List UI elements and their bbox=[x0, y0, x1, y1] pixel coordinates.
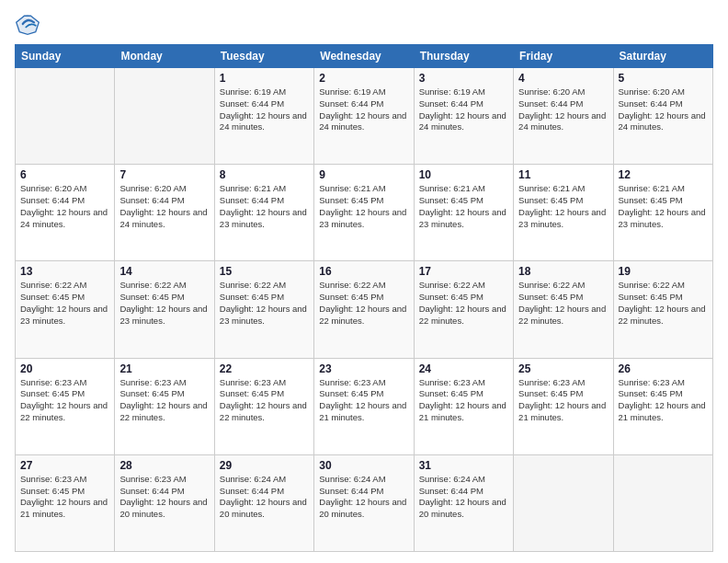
calendar-cell: 3Sunrise: 6:19 AM Sunset: 6:44 PM Daylig… bbox=[414, 68, 513, 165]
day-info: Sunrise: 6:22 AM Sunset: 6:45 PM Dayligh… bbox=[518, 280, 608, 327]
svg-marker-0 bbox=[18, 15, 38, 34]
calendar-cell: 9Sunrise: 6:21 AM Sunset: 6:45 PM Daylig… bbox=[314, 165, 414, 261]
day-number: 9 bbox=[319, 168, 408, 181]
calendar-cell: 27Sunrise: 6:23 AM Sunset: 6:45 PM Dayli… bbox=[16, 454, 115, 551]
calendar-cell: 5Sunrise: 6:20 AM Sunset: 6:44 PM Daylig… bbox=[613, 68, 712, 165]
calendar-cell: 12Sunrise: 6:21 AM Sunset: 6:45 PM Dayli… bbox=[613, 165, 712, 261]
day-number: 10 bbox=[419, 168, 508, 181]
day-info: Sunrise: 6:23 AM Sunset: 6:45 PM Dayligh… bbox=[119, 377, 209, 424]
logo bbox=[15, 11, 44, 37]
day-number: 26 bbox=[619, 362, 708, 375]
calendar-header-saturday: Saturday bbox=[613, 45, 712, 68]
day-info: Sunrise: 6:21 AM Sunset: 6:45 PM Dayligh… bbox=[518, 183, 608, 230]
day-info: Sunrise: 6:23 AM Sunset: 6:45 PM Dayligh… bbox=[518, 377, 608, 424]
calendar-cell: 7Sunrise: 6:20 AM Sunset: 6:44 PM Daylig… bbox=[115, 165, 214, 261]
day-info: Sunrise: 6:24 AM Sunset: 6:44 PM Dayligh… bbox=[220, 474, 309, 521]
day-info: Sunrise: 6:19 AM Sunset: 6:44 PM Dayligh… bbox=[220, 86, 309, 133]
day-number: 5 bbox=[619, 72, 708, 85]
day-info: Sunrise: 6:23 AM Sunset: 6:45 PM Dayligh… bbox=[220, 377, 309, 424]
day-number: 7 bbox=[119, 168, 209, 181]
day-info: Sunrise: 6:21 AM Sunset: 6:45 PM Dayligh… bbox=[319, 183, 408, 230]
calendar-week-3: 20Sunrise: 6:23 AM Sunset: 6:45 PM Dayli… bbox=[16, 358, 713, 454]
day-info: Sunrise: 6:21 AM Sunset: 6:45 PM Dayligh… bbox=[619, 183, 708, 230]
calendar-cell: 20Sunrise: 6:23 AM Sunset: 6:45 PM Dayli… bbox=[16, 358, 115, 454]
calendar-cell bbox=[613, 454, 712, 551]
day-number: 8 bbox=[220, 168, 309, 181]
calendar-cell: 22Sunrise: 6:23 AM Sunset: 6:45 PM Dayli… bbox=[214, 358, 313, 454]
day-info: Sunrise: 6:23 AM Sunset: 6:45 PM Dayligh… bbox=[20, 474, 109, 521]
day-info: Sunrise: 6:20 AM Sunset: 6:44 PM Dayligh… bbox=[518, 86, 608, 133]
day-number: 11 bbox=[518, 168, 608, 181]
day-number: 29 bbox=[220, 459, 309, 472]
calendar-week-2: 13Sunrise: 6:22 AM Sunset: 6:45 PM Dayli… bbox=[16, 261, 713, 358]
day-info: Sunrise: 6:19 AM Sunset: 6:44 PM Dayligh… bbox=[419, 86, 508, 133]
calendar-cell: 18Sunrise: 6:22 AM Sunset: 6:45 PM Dayli… bbox=[514, 261, 613, 358]
calendar-cell: 14Sunrise: 6:22 AM Sunset: 6:45 PM Dayli… bbox=[115, 261, 214, 358]
day-number: 12 bbox=[619, 168, 708, 181]
day-number: 23 bbox=[319, 362, 408, 375]
day-number: 17 bbox=[419, 265, 508, 278]
calendar-cell: 16Sunrise: 6:22 AM Sunset: 6:45 PM Dayli… bbox=[314, 261, 414, 358]
calendar-cell bbox=[514, 454, 613, 551]
day-number: 21 bbox=[119, 362, 209, 375]
day-info: Sunrise: 6:20 AM Sunset: 6:44 PM Dayligh… bbox=[20, 183, 109, 230]
day-info: Sunrise: 6:23 AM Sunset: 6:45 PM Dayligh… bbox=[419, 377, 508, 424]
day-info: Sunrise: 6:22 AM Sunset: 6:45 PM Dayligh… bbox=[220, 280, 309, 327]
day-number: 16 bbox=[319, 265, 408, 278]
calendar-cell: 30Sunrise: 6:24 AM Sunset: 6:44 PM Dayli… bbox=[314, 454, 414, 551]
day-info: Sunrise: 6:21 AM Sunset: 6:45 PM Dayligh… bbox=[419, 183, 508, 230]
header bbox=[15, 11, 713, 37]
calendar-cell: 10Sunrise: 6:21 AM Sunset: 6:45 PM Dayli… bbox=[414, 165, 513, 261]
calendar-cell: 1Sunrise: 6:19 AM Sunset: 6:44 PM Daylig… bbox=[214, 68, 313, 165]
calendar-cell: 4Sunrise: 6:20 AM Sunset: 6:44 PM Daylig… bbox=[514, 68, 613, 165]
page: SundayMondayTuesdayWednesdayThursdayFrid… bbox=[0, 0, 728, 563]
day-number: 13 bbox=[20, 265, 109, 278]
calendar-header-tuesday: Tuesday bbox=[214, 45, 313, 68]
calendar-cell: 25Sunrise: 6:23 AM Sunset: 6:45 PM Dayli… bbox=[514, 358, 613, 454]
day-info: Sunrise: 6:22 AM Sunset: 6:45 PM Dayligh… bbox=[419, 280, 508, 327]
day-number: 6 bbox=[20, 168, 109, 181]
calendar-header-wednesday: Wednesday bbox=[314, 45, 414, 68]
day-number: 31 bbox=[419, 459, 508, 472]
day-number: 3 bbox=[419, 72, 508, 85]
calendar-cell: 2Sunrise: 6:19 AM Sunset: 6:44 PM Daylig… bbox=[314, 68, 414, 165]
calendar-cell bbox=[16, 68, 115, 165]
day-number: 15 bbox=[220, 265, 309, 278]
calendar-header-sunday: Sunday bbox=[16, 45, 115, 68]
day-info: Sunrise: 6:23 AM Sunset: 6:44 PM Dayligh… bbox=[119, 474, 209, 521]
day-number: 27 bbox=[20, 459, 109, 472]
calendar-week-4: 27Sunrise: 6:23 AM Sunset: 6:45 PM Dayli… bbox=[16, 454, 713, 551]
calendar-cell: 21Sunrise: 6:23 AM Sunset: 6:45 PM Dayli… bbox=[115, 358, 214, 454]
day-number: 14 bbox=[119, 265, 209, 278]
calendar-table: SundayMondayTuesdayWednesdayThursdayFrid… bbox=[15, 44, 713, 552]
day-number: 2 bbox=[319, 72, 408, 85]
calendar-cell: 24Sunrise: 6:23 AM Sunset: 6:45 PM Dayli… bbox=[414, 358, 513, 454]
day-info: Sunrise: 6:20 AM Sunset: 6:44 PM Dayligh… bbox=[619, 86, 708, 133]
calendar-cell: 13Sunrise: 6:22 AM Sunset: 6:45 PM Dayli… bbox=[16, 261, 115, 358]
day-info: Sunrise: 6:20 AM Sunset: 6:44 PM Dayligh… bbox=[119, 183, 209, 230]
day-number: 24 bbox=[419, 362, 508, 375]
calendar-cell: 31Sunrise: 6:24 AM Sunset: 6:44 PM Dayli… bbox=[414, 454, 513, 551]
calendar-week-1: 6Sunrise: 6:20 AM Sunset: 6:44 PM Daylig… bbox=[16, 165, 713, 261]
day-info: Sunrise: 6:24 AM Sunset: 6:44 PM Dayligh… bbox=[419, 474, 508, 521]
day-info: Sunrise: 6:24 AM Sunset: 6:44 PM Dayligh… bbox=[319, 474, 408, 521]
calendar-cell: 23Sunrise: 6:23 AM Sunset: 6:45 PM Dayli… bbox=[314, 358, 414, 454]
calendar-week-0: 1Sunrise: 6:19 AM Sunset: 6:44 PM Daylig… bbox=[16, 68, 713, 165]
day-number: 1 bbox=[220, 72, 309, 85]
calendar-cell: 17Sunrise: 6:22 AM Sunset: 6:45 PM Dayli… bbox=[414, 261, 513, 358]
day-info: Sunrise: 6:19 AM Sunset: 6:44 PM Dayligh… bbox=[319, 86, 408, 133]
day-number: 30 bbox=[319, 459, 408, 472]
calendar-cell bbox=[115, 68, 214, 165]
calendar-cell: 11Sunrise: 6:21 AM Sunset: 6:45 PM Dayli… bbox=[514, 165, 613, 261]
calendar-cell: 15Sunrise: 6:22 AM Sunset: 6:45 PM Dayli… bbox=[214, 261, 313, 358]
day-info: Sunrise: 6:22 AM Sunset: 6:45 PM Dayligh… bbox=[619, 280, 708, 327]
day-info: Sunrise: 6:22 AM Sunset: 6:45 PM Dayligh… bbox=[119, 280, 209, 327]
day-info: Sunrise: 6:23 AM Sunset: 6:45 PM Dayligh… bbox=[619, 377, 708, 424]
calendar-cell: 26Sunrise: 6:23 AM Sunset: 6:45 PM Dayli… bbox=[613, 358, 712, 454]
day-number: 22 bbox=[220, 362, 309, 375]
day-number: 25 bbox=[518, 362, 608, 375]
day-info: Sunrise: 6:23 AM Sunset: 6:45 PM Dayligh… bbox=[319, 377, 408, 424]
calendar-header-thursday: Thursday bbox=[414, 45, 513, 68]
day-info: Sunrise: 6:22 AM Sunset: 6:45 PM Dayligh… bbox=[20, 280, 109, 327]
calendar-cell: 28Sunrise: 6:23 AM Sunset: 6:44 PM Dayli… bbox=[115, 454, 214, 551]
